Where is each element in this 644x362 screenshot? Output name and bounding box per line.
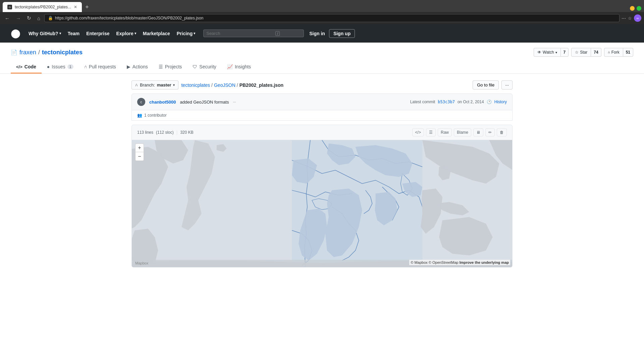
restore-button[interactable]: [637, 6, 641, 11]
attribution-text: © Mapbox © OpenStreetMap: [411, 260, 458, 264]
commit-info: c chanbot5000 added GeoJSON formats ··· …: [131, 94, 513, 110]
desktop-view-button[interactable]: 🖥: [473, 128, 483, 136]
watch-action: 👁 Watch ▾ 7: [534, 48, 569, 57]
search-input[interactable]: [206, 31, 273, 36]
branch-selector[interactable]: ⑃ Branch: master ▾: [131, 80, 178, 89]
sign-in-button[interactable]: Sign in: [309, 31, 325, 36]
tab-favicon: G: [7, 5, 12, 9]
nav-enterprise[interactable]: Enterprise: [84, 29, 112, 38]
url-text: https://github.com/fraxen/tectonicplates…: [55, 16, 203, 20]
commit-date: on Oct 2, 2014: [458, 100, 484, 104]
commit-avatar: c: [137, 98, 145, 106]
nav-explore[interactable]: Explore ▾: [113, 29, 139, 38]
clock-icon: 🕐: [487, 100, 492, 104]
tab-pull-requests[interactable]: ⑃ Pull requests: [79, 61, 121, 73]
bookmark-button[interactable]: ☆: [628, 16, 632, 21]
actions-tab-icon: ▶: [127, 64, 130, 69]
improve-map-link[interactable]: Improve the underlying map: [460, 260, 509, 264]
profile-icon[interactable]: ∞: [634, 14, 641, 22]
repo-tabs: </> Code ● Issues 1 ⑃ Pull requests ▶ Ac…: [11, 61, 633, 73]
back-button[interactable]: ←: [3, 15, 12, 22]
history-button[interactable]: History: [494, 100, 507, 104]
star-action: ☆ Star 74: [571, 48, 601, 57]
edit-file-button[interactable]: ✏: [485, 128, 495, 136]
latest-commit-prefix: Latest commit: [410, 100, 435, 104]
tab-insights[interactable]: 📈 Insights: [222, 61, 256, 73]
blame-button[interactable]: Blame: [454, 128, 471, 136]
file-toolbar: </> ☰ Raw Blame 🖥 ✏ 🗑: [412, 128, 507, 136]
star-icon: ☆: [575, 50, 579, 55]
refresh-button[interactable]: ↻: [25, 14, 33, 22]
watch-count: 7: [561, 48, 569, 57]
repo-actions: 👁 Watch ▾ 7 ☆ Star 74 ⑃ Fork 51: [534, 48, 633, 57]
code-view-button[interactable]: </>: [412, 128, 424, 136]
tab-title: tectonicplates/PB2002_plates...: [15, 5, 71, 9]
fork-icon: ⑃: [608, 50, 610, 55]
path-sep-2: /: [237, 82, 238, 88]
nav-pricing[interactable]: Pricing ▾: [174, 29, 198, 38]
github-logo-icon: ⬤: [11, 28, 20, 39]
tab-projects[interactable]: ☰ Projects: [153, 61, 187, 73]
security-tab-icon: 🛡: [193, 64, 197, 69]
projects-tab-icon: ☰: [159, 64, 163, 69]
sign-up-button[interactable]: Sign up: [329, 29, 355, 38]
file-viewer: ⑃ Branch: master ▾ tectonicplates / GeoJ…: [121, 80, 523, 267]
symbol-view-button[interactable]: ☰: [426, 128, 436, 136]
mapbox-label: Mapbox: [135, 261, 148, 265]
nav-why-github[interactable]: Why GitHub? ▾: [26, 29, 64, 38]
home-button[interactable]: ⌂: [35, 15, 42, 22]
address-bar[interactable]: 🔒 https://github.com/fraxen/tectonicplat…: [44, 14, 620, 22]
search-box[interactable]: /: [203, 29, 304, 37]
map-attribution: © Mapbox © OpenStreetMap Improve the und…: [409, 260, 510, 265]
more-options-button[interactable]: ···: [501, 80, 513, 89]
branch-icon: ⑃: [135, 82, 138, 87]
path-repo-link[interactable]: tectonicplates: [181, 82, 210, 88]
tab-security[interactable]: 🛡 Security: [187, 61, 222, 73]
extensions-button[interactable]: ⋯: [622, 16, 626, 21]
lock-icon: 🔒: [48, 16, 53, 20]
star-button[interactable]: ☆ Star: [571, 48, 591, 57]
file-path: tectonicplates / GeoJSON / PB2002_plates…: [181, 82, 283, 88]
fork-button[interactable]: ⑃ Fork: [604, 48, 623, 57]
tab-issues[interactable]: ● Issues 1: [42, 61, 79, 73]
commit-author-link[interactable]: chanbot5000: [149, 100, 176, 105]
commit-hash-link[interactable]: b53c3b7: [438, 100, 455, 104]
file-header-actions: Go to file ···: [473, 80, 513, 89]
map-container[interactable]: + − © Mapbox © OpenStreetMap Improve the…: [131, 140, 513, 267]
raw-button[interactable]: Raw: [438, 128, 452, 136]
tab-code[interactable]: </> Code: [11, 61, 42, 73]
file-lines: 113 lines: [137, 130, 153, 135]
file-meta-bar: 113 lines (112 sloc) | 320 KB </> ☰ Raw …: [131, 125, 513, 140]
commit-dots: ···: [233, 100, 236, 104]
minimize-button[interactable]: [630, 6, 635, 11]
file-sloc: (112 sloc): [156, 130, 174, 135]
contributor-info: 👥 1 contributor: [131, 110, 513, 121]
tab-actions[interactable]: ▶ Actions: [121, 61, 153, 73]
caret-icon: ▾: [59, 32, 61, 35]
tab-close-icon[interactable]: ✕: [74, 5, 77, 9]
active-tab[interactable]: G tectonicplates/PB2002_plates... ✕: [3, 2, 82, 12]
path-sep-1: /: [211, 82, 213, 88]
pricing-caret-icon: ▾: [194, 32, 195, 35]
issues-badge: 1: [67, 64, 73, 69]
auth-buttons: Sign in Sign up: [309, 29, 355, 38]
branch-label: Branch:: [140, 82, 155, 87]
map-canvas[interactable]: + − © Mapbox © OpenStreetMap Improve the…: [132, 140, 512, 267]
zoom-in-button[interactable]: +: [135, 143, 144, 152]
path-geojson-link[interactable]: GeoJSON: [214, 82, 235, 88]
nav-marketplace[interactable]: Marketplace: [140, 29, 173, 38]
branch-caret-icon: ▾: [173, 83, 175, 87]
forward-button[interactable]: →: [14, 15, 23, 22]
delete-file-button[interactable]: 🗑: [497, 128, 507, 136]
insights-tab-icon: 📈: [227, 64, 233, 69]
nav-team[interactable]: Team: [65, 29, 83, 38]
goto-file-button[interactable]: Go to file: [473, 80, 499, 89]
repo-name-link[interactable]: tectonicplates: [42, 49, 83, 56]
issues-tab-icon: ●: [47, 64, 50, 69]
watch-button[interactable]: 👁 Watch ▾: [534, 48, 561, 57]
new-tab-button[interactable]: +: [83, 2, 92, 12]
main-nav: Why GitHub? ▾ Team Enterprise Explore ▾ …: [26, 29, 198, 38]
zoom-out-button[interactable]: −: [135, 152, 144, 161]
repo-owner-link[interactable]: fraxen: [19, 49, 36, 56]
pr-tab-icon: ⑃: [84, 64, 87, 69]
